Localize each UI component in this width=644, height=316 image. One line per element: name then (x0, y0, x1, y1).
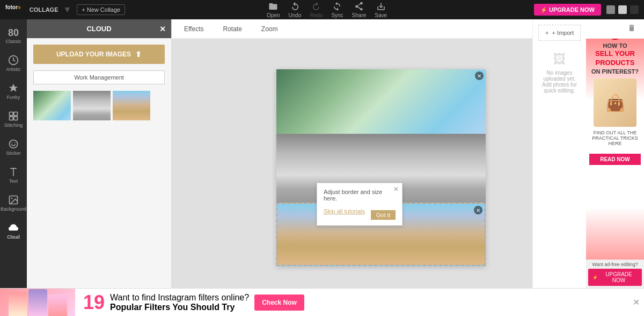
cloud-image-3[interactable] (113, 91, 150, 120)
sidebar-item-funky[interactable]: Funky (0, 78, 27, 104)
upgrade-bottom-label: UPGRADE NOW (600, 271, 638, 283)
topbar-share[interactable]: Share (352, 2, 367, 18)
tooltip-close[interactable]: ✕ (393, 185, 399, 193)
stitching-icon (8, 111, 19, 121)
cloud-icon (8, 222, 19, 233)
logo-text: fotor (5, 4, 18, 10)
topbar-open[interactable]: Open (267, 2, 280, 18)
topbar-undo[interactable]: Undo (289, 2, 302, 18)
sidebar-item-text[interactable]: Text (0, 162, 27, 188)
sidebar-classic-label: Classic (5, 39, 21, 44)
toolbar-delete-button[interactable] (627, 24, 636, 34)
funky-icon (8, 83, 19, 94)
tooltip-text: Adjust border and size here. (324, 189, 396, 202)
background-icon (8, 195, 19, 205)
sidebar-artistic-label: Artistic (6, 67, 21, 72)
import-button[interactable]: + + Import (538, 25, 581, 41)
cloud-panel-header: CLOUD ✕ (27, 19, 171, 38)
cell-1-close[interactable]: ✕ (475, 71, 484, 80)
side-ad-headline: HOW TO SELL YOUR PRODUCTS ON PINTEREST? (591, 42, 639, 75)
no-images-icon: 🖼 (538, 52, 581, 67)
topbar-share-label: Share (352, 12, 367, 18)
upload-images-button[interactable]: UPLOAD YOUR IMAGES ⬆ (33, 45, 165, 64)
cloud-panel: CLOUD ✕ UPLOAD YOUR IMAGES ⬆ Work Manage… (27, 19, 172, 316)
rotate-button[interactable]: Rotate (218, 23, 246, 35)
topbar-right (606, 5, 639, 14)
ad-number: 19 (83, 291, 105, 314)
artistic-icon (8, 55, 19, 66)
logo-dot: ® (18, 5, 21, 10)
svg-point-7 (11, 198, 12, 199)
topbar-undo-label: Undo (289, 12, 302, 18)
side-ad-footer: Want ad-free editing? ⚡ UPGRADE NOW (586, 260, 644, 288)
delete-icon (627, 24, 636, 32)
upgrade-btn-label: UPGRADE NOW (549, 6, 595, 13)
app-logo: fotor® (5, 4, 21, 16)
side-ad-product-image: 👜 (594, 78, 636, 127)
topbar-sync[interactable]: Sync (331, 2, 343, 18)
ad-text-line2: Popular Filters You Should Try (110, 303, 249, 312)
cloud-image-2[interactable] (73, 91, 111, 120)
right-panel: + + Import 🖼 No images uploaded yet. Add… (532, 19, 586, 316)
upgrade-button[interactable]: ⚡ UPGRADE NOW (534, 4, 601, 16)
topbar-sync-label: Sync (331, 12, 343, 18)
cell-3-close[interactable]: ✕ (474, 206, 482, 214)
color-swatch-light[interactable] (618, 5, 627, 14)
color-swatch-dark[interactable] (630, 5, 639, 14)
sidebar-item-classic[interactable]: 80 Classic (0, 24, 27, 48)
sidebar-item-cloud[interactable]: Cloud (0, 218, 27, 244)
left-sidebar: 80 Classic Artistic Funky Stitching Stic… (0, 19, 27, 316)
topbar: fotor® COLLAGE ▼ + New Collage Open Undo… (0, 0, 644, 19)
tooltip-ok-button[interactable]: Got it (371, 210, 396, 220)
cloud-images-grid (27, 91, 171, 120)
import-btn-label: + Import (552, 30, 574, 36)
sidebar-text-label: Text (9, 178, 18, 184)
text-icon (8, 167, 19, 177)
topbar-save[interactable]: Save (375, 2, 387, 18)
topbar-actions: Open Undo Redo Sync Share Save (267, 2, 387, 18)
topbar-redo[interactable]: Redo (310, 2, 323, 18)
side-ad-cta-button[interactable]: READ NOW (589, 154, 641, 165)
bottom-ad-content: 19 Want to find Instagram filters online… (75, 287, 628, 317)
upgrade-bottom-button[interactable]: ⚡ UPGRADE NOW (588, 269, 642, 286)
collage-cell-1[interactable]: ✕ (276, 69, 486, 134)
bottom-ad-close[interactable]: ✕ (628, 293, 644, 312)
ad-text-line1: Want to find Instagram filters online? (110, 293, 249, 303)
sidebar-sticker-label: Sticker (6, 150, 21, 156)
svg-rect-3 (10, 117, 13, 120)
sticker-icon (8, 139, 19, 149)
tooltip-box: ✕ Adjust border and size here. Skip all … (317, 183, 402, 226)
canvas-area: ✕ ✕ ✕ Adjust border and size here. Skip … (172, 39, 590, 297)
svg-rect-4 (14, 117, 18, 120)
ad-cta-button[interactable]: Check Now (254, 295, 304, 311)
sidebar-item-stitching[interactable]: Stitching (0, 106, 27, 132)
effects-button[interactable]: Effects (180, 23, 208, 35)
sidebar-background-label: Background (1, 206, 26, 212)
import-icon: + (545, 30, 548, 36)
color-swatch-gray[interactable] (606, 5, 615, 14)
sidebar-item-artistic[interactable]: Artistic (0, 51, 27, 76)
new-collage-button[interactable]: + New Collage (77, 4, 125, 15)
cloud-image-1[interactable] (33, 91, 71, 120)
cloud-panel-title: CLOUD (86, 25, 111, 33)
sidebar-funky-label: Funky (7, 95, 20, 100)
sidebar-item-background[interactable]: Background (0, 190, 27, 216)
topbar-open-label: Open (267, 12, 280, 18)
collage-container: ✕ ✕ (276, 69, 486, 266)
bottom-ad-banner: 19 Want to find Instagram filters online… (0, 288, 644, 316)
cloud-panel-close[interactable]: ✕ (159, 25, 166, 33)
sidebar-item-sticker[interactable]: Sticker (0, 134, 27, 160)
zoom-button[interactable]: Zoom (257, 23, 282, 35)
side-ad-inner: P HOW TO SELL YOUR PRODUCTS ON PINTEREST… (586, 19, 644, 288)
topbar-save-label: Save (375, 12, 387, 18)
side-ad-footer-text: Want ad-free editing? (588, 262, 642, 267)
collage-mode-label: COLLAGE (30, 6, 58, 13)
svg-rect-1 (10, 112, 13, 116)
no-images-message: 🖼 No images uploaded yet. Add photos for… (533, 46, 586, 99)
sidebar-stitching-label: Stitching (4, 123, 23, 128)
tooltip-link[interactable]: Skip all tutorials (324, 208, 365, 214)
topbar-redo-label: Redo (310, 12, 323, 18)
bottom-ad-image (0, 289, 75, 317)
work-management-button[interactable]: Work Management (33, 70, 165, 84)
svg-point-5 (10, 140, 18, 148)
